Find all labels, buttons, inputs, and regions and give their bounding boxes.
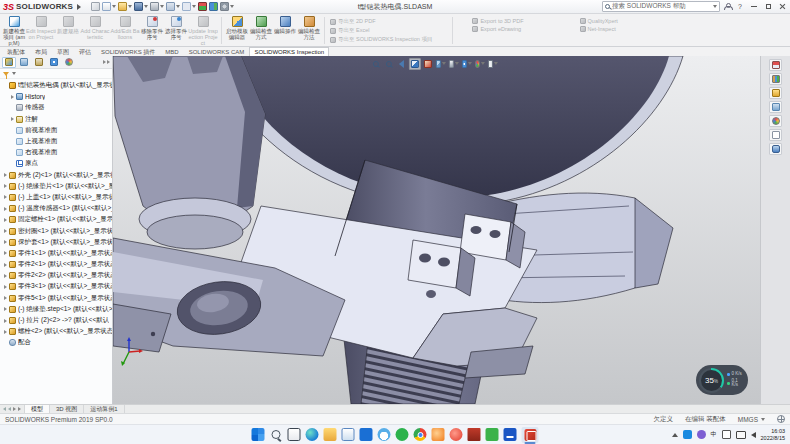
view-settings-button[interactable] [486, 58, 498, 70]
expand-arrow[interactable] [9, 117, 16, 121]
speaker-icon[interactable] [751, 432, 756, 438]
tab-evaluate[interactable]: 评估 [74, 47, 96, 56]
resources-button[interactable] [769, 59, 782, 71]
mail-icon[interactable] [342, 428, 355, 441]
edge-browser-icon[interactable] [306, 428, 319, 441]
hide-show-items-button[interactable] [460, 58, 472, 70]
ribbon-button-select-balloons[interactable]: 选择零件序号 [164, 15, 188, 46]
task-view-icon[interactable] [288, 428, 301, 441]
tree-item[interactable]: (-) 绝缘垫.step<1> (默认<<默认> [0, 304, 112, 315]
taskbar-app-3-icon[interactable] [450, 428, 463, 441]
print-button[interactable] [150, 2, 164, 11]
file-explorer-button[interactable] [769, 87, 782, 99]
tree-item[interactable]: (-) 拉片 (2)<2> ->? (默认<<默认 [0, 315, 112, 326]
taskbar-app-1-icon[interactable] [396, 428, 409, 441]
tree-item[interactable]: 外壳 (2)<1> (默认<<默认>_显示状 [0, 170, 112, 181]
expand-arrow[interactable] [2, 251, 9, 255]
expand-arrow[interactable] [2, 274, 9, 278]
globe-icon[interactable] [777, 415, 785, 423]
expand-arrow[interactable] [2, 330, 9, 334]
tray-blue-app-icon[interactable] [683, 430, 692, 439]
zoom-area-button[interactable] [382, 58, 394, 70]
edit-appearance-button[interactable] [473, 58, 485, 70]
graphics-viewport[interactable]: 35% 0 K/s 0.1 K/s [113, 56, 760, 404]
expand-arrow[interactable] [2, 229, 9, 233]
taskbar-clock[interactable]: 16:03 2022/8/15 [761, 428, 785, 441]
ribbon-button-edit-characteristics[interactable]: 编辑检查方法 [297, 15, 321, 46]
tab-addins[interactable]: SOLIDWORKS 插件 [96, 47, 160, 56]
expand-arrow[interactable] [2, 319, 9, 323]
tree-item[interactable]: 固定螺栓<1> (默认<<默认>_显示 [0, 214, 112, 225]
tree-item[interactable]: (-) 温度传感器<1> (默认<<默认>_ [0, 203, 112, 214]
tree-item[interactable]: 传感器 [0, 102, 112, 113]
new-document-button[interactable] [102, 2, 116, 11]
expand-arrow[interactable] [2, 207, 9, 211]
model-3d[interactable] [113, 56, 760, 404]
tree-item[interactable]: 右视基准面 [0, 147, 112, 158]
tab-displaymanager[interactable] [62, 57, 76, 68]
save-button[interactable] [134, 2, 148, 11]
ribbon-button-new-inspection-project[interactable]: 新建检查项目 (amp;M) [2, 15, 26, 46]
expand-arrow[interactable] [2, 307, 9, 311]
tree-item[interactable]: (-) 上盖<1> (默认<<默认>_显示状 [0, 192, 112, 203]
options-button[interactable] [220, 2, 234, 11]
select-button[interactable] [182, 2, 196, 11]
undo-button[interactable] [166, 2, 180, 11]
tree-item[interactable]: History [0, 91, 112, 102]
zoom-fit-button[interactable] [369, 58, 381, 70]
tree-item[interactable]: 螺栓<2> (默认<<默认>_显示状态 [0, 326, 112, 337]
tab-solidworks-inspection[interactable]: SOLIDWORKS Inspection [249, 47, 329, 56]
expand-arrow[interactable] [2, 195, 9, 199]
ribbon-button-remove-balloons[interactable]: 移除零件序号 [140, 15, 164, 46]
view-palette-button[interactable] [769, 101, 782, 113]
expand-arrow[interactable] [2, 285, 9, 289]
tree-item[interactable]: 注解 [0, 114, 112, 125]
tab-sketch[interactable]: 草图 [52, 47, 74, 56]
input-language-indicator[interactable]: 中 [711, 430, 717, 439]
taskbar-search-icon[interactable] [270, 428, 283, 441]
taskbar-app-2-icon[interactable] [432, 428, 445, 441]
tree-root[interactable]: t型铠装热电偶 (默认<默认_显示状态-1 [0, 80, 112, 91]
minimize-button[interactable] [749, 2, 759, 12]
tree-item[interactable]: 保护套<1> (默认<<默认>_显示状 [0, 237, 112, 248]
expand-arrow[interactable] [2, 296, 9, 300]
tree-item[interactable]: 零件2<1> (默认<<默认>_显示状态 [0, 259, 112, 270]
tree-item[interactable]: (-) 绝缘垫片<1> (默认<<默认>_显 [0, 181, 112, 192]
doc-tab-3d-views[interactable]: 3D 视图 [50, 405, 84, 413]
expand-arrow[interactable] [2, 240, 9, 244]
file-properties-button[interactable] [209, 2, 218, 11]
word-icon[interactable] [504, 428, 517, 441]
expand-arrow[interactable] [2, 184, 9, 188]
forum-button[interactable] [769, 143, 782, 155]
doc-tab-model[interactable]: 模型 [25, 405, 50, 413]
ribbon-button-edit-operations[interactable]: 编辑操作 [273, 15, 297, 46]
tree-item[interactable]: 零件1<1> (默认<<默认>_显示状态 [0, 248, 112, 259]
search-box[interactable]: 搜索 SOLIDWORKS 帮助 [602, 1, 720, 12]
weather-app-icon[interactable] [378, 428, 391, 441]
tab-solidworks-cam[interactable]: SOLIDWORKS CAM [184, 47, 250, 56]
ribbon-button-edit-inspection-methods[interactable]: 编辑检查方式 [249, 15, 273, 46]
close-button[interactable] [777, 2, 787, 12]
home-button[interactable] [91, 2, 100, 11]
tree-item[interactable]: 零件3<1> (默认<<默认>_显示状态 [0, 281, 112, 292]
help-button[interactable]: ? [735, 2, 745, 12]
section-view-button[interactable] [408, 58, 420, 70]
tab-scroll-nav[interactable] [0, 405, 25, 413]
previous-view-button[interactable] [395, 58, 407, 70]
taskbar-app-5-icon[interactable] [486, 428, 499, 441]
tab-layout[interactable]: 布局 [30, 47, 52, 56]
tree-item[interactable]: 零件2<2> (默认<<默认>_显示状态 [0, 270, 112, 281]
tree-item[interactable]: 零件5<1> (默认<<默认>_显示状态 [0, 293, 112, 304]
appearances-button[interactable] [769, 115, 782, 127]
taskbar-app-4-icon[interactable] [468, 428, 481, 441]
monitor-widget[interactable]: 35% 0 K/s 0.1 K/s [696, 365, 748, 395]
login-icon[interactable] [724, 3, 731, 10]
expand-arrow[interactable] [2, 173, 9, 177]
tree-item[interactable]: 原点 [0, 158, 112, 169]
start-button[interactable] [252, 428, 265, 441]
microsoft-store-icon[interactable] [360, 428, 373, 441]
tree-item[interactable]: 上视基准面 [0, 136, 112, 147]
rebuild-button[interactable] [198, 2, 207, 11]
tree-item[interactable]: 配合 [0, 337, 112, 348]
doc-tab-motion-study[interactable]: 运动算例1 [84, 405, 124, 413]
